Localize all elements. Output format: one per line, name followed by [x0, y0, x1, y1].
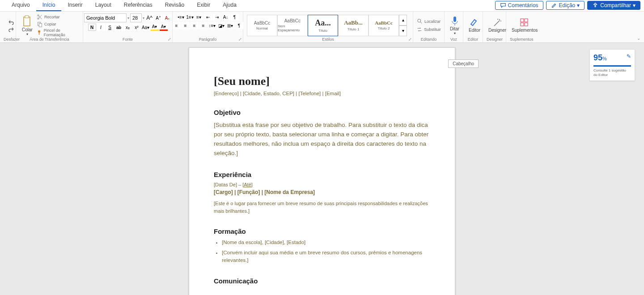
svg-rect-7 — [453, 17, 456, 22]
align-right-button[interactable]: ≡ — [191, 22, 199, 29]
editor-button[interactable]: Editor — [467, 17, 482, 34]
highlight-button[interactable]: A▾ — [151, 24, 159, 31]
svg-point-6 — [418, 19, 421, 22]
font-color-button[interactable]: A▾ — [160, 24, 168, 31]
editor-icon — [470, 18, 479, 28]
subscript-button[interactable]: x₂ — [124, 24, 132, 31]
paste-button[interactable]: Colar ▾ — [20, 14, 35, 37]
tab-layout[interactable]: Layout — [89, 0, 118, 11]
outdent-button[interactable]: ⇤ — [204, 13, 212, 21]
tab-inicio[interactable]: Início — [36, 0, 62, 11]
style-heading2[interactable]: AaBbCcTítulo 2 — [369, 15, 399, 36]
sort-button[interactable]: A↓ — [222, 13, 230, 21]
dictate-button[interactable]: Ditar▾ — [448, 15, 461, 36]
list-item[interactable]: [Convém incluir aqui sua média e um brev… — [222, 249, 430, 265]
job-desc[interactable]: [Este é o lugar para fornecer um breve r… — [214, 200, 430, 215]
dates-to-link[interactable]: [Até] — [242, 182, 253, 187]
collapse-ribbon-button[interactable]: ⌄ — [637, 36, 640, 41]
justify-button[interactable]: ≡ — [199, 22, 208, 29]
format-painter-button[interactable]: Pincel de Formatação — [37, 28, 79, 37]
line-spacing-button[interactable]: ↕≡▾ — [208, 22, 216, 29]
bold-button[interactable]: N — [88, 24, 96, 31]
grow-font-button[interactable]: A^ — [145, 14, 153, 21]
underline-button[interactable]: S — [106, 24, 114, 31]
font-size-dropdown[interactable]: ▾ — [143, 16, 144, 20]
strike-button[interactable]: ab — [115, 24, 123, 31]
copy-icon — [37, 21, 43, 27]
header-tag[interactable]: Cabeçalho — [448, 59, 479, 68]
shading-button[interactable]: ◪▾ — [217, 22, 225, 29]
bullets-button[interactable]: •≡▾ — [177, 13, 185, 21]
chevron-down-icon: ▾ — [26, 32, 28, 36]
doc-title[interactable]: [Seu nome] — [214, 75, 430, 88]
multilevel-button[interactable]: ≡▾ — [195, 13, 203, 21]
tab-ajuda[interactable]: Ajuda — [216, 0, 243, 11]
document-workspace[interactable]: Cabeçalho [Seu nome] [Endereço] | [Cidad… — [0, 43, 644, 295]
font-name-dropdown[interactable]: ▾ — [127, 16, 129, 20]
pilcrow-button[interactable]: ¶ — [235, 22, 243, 29]
font-name-input[interactable] — [84, 13, 127, 22]
tab-referencias[interactable]: Referências — [118, 0, 159, 11]
job-line[interactable]: [Cargo] | [Função] | [Nome da Empresa] — [214, 189, 430, 195]
objective-text[interactable]: [Substitua esta frase por seu objetivo d… — [214, 121, 430, 158]
comments-button[interactable]: Comentários — [495, 1, 543, 10]
tab-exibir[interactable]: Exibir — [191, 0, 216, 11]
addins-button[interactable]: Suplementos — [510, 17, 539, 34]
ribbon: Desfazer Colar ▾ Recortar Copiar Pincel … — [0, 12, 644, 43]
style-title[interactable]: Aa...Título — [308, 15, 338, 36]
redo-icon[interactable] — [8, 26, 15, 32]
align-left-button[interactable]: ≡ — [173, 22, 181, 29]
style-no-spacing[interactable]: AaBbCcSem Espaçamento — [277, 15, 308, 36]
heading-education[interactable]: Formação — [214, 228, 430, 235]
editing-group-label: Editando — [417, 37, 441, 42]
replace-button[interactable]: Substituir — [416, 26, 441, 33]
font-size-input[interactable] — [130, 13, 142, 22]
designer-button[interactable]: Designer — [487, 17, 508, 34]
tab-inserir[interactable]: Inserir — [61, 0, 89, 11]
experience-dates[interactable]: [Datas De] – [Até] — [214, 182, 430, 187]
shrink-font-button[interactable]: A˅ — [154, 14, 162, 21]
editor-label: Editor — [469, 28, 480, 33]
mic-icon — [450, 16, 459, 26]
superscript-button[interactable]: x² — [133, 24, 141, 31]
dictate-label: Ditar — [450, 26, 459, 31]
change-case-button[interactable]: Aa▾ — [142, 24, 150, 31]
share-button[interactable]: Compartilhar ▾ — [587, 1, 640, 10]
find-button[interactable]: Localizar — [417, 18, 441, 25]
svg-rect-9 — [525, 19, 528, 22]
styles-gallery[interactable]: AaBbCcNormal AaBbCcSem Espaçamento Aa...… — [247, 15, 405, 36]
heading-communication[interactable]: Comunicação — [214, 277, 430, 285]
style-heading1[interactable]: AaBb...Título 1 — [338, 15, 369, 36]
list-item[interactable]: [Nome da escola], [Cidade], [Estado] — [222, 239, 430, 246]
tab-arquivo[interactable]: Arquivo — [5, 0, 36, 11]
align-center-button[interactable]: ≡ — [182, 22, 190, 29]
show-marks-button[interactable]: ¶ — [231, 13, 239, 21]
italic-button[interactable]: I — [97, 24, 105, 31]
chevron-down-icon: ▾ — [454, 31, 456, 35]
borders-button[interactable]: ⊞▾ — [226, 22, 234, 29]
menu-tabs: Arquivo Início Inserir Layout Referência… — [0, 0, 644, 12]
indent-button[interactable]: ⇥ — [213, 13, 221, 21]
heading-objective[interactable]: Objetivo — [214, 109, 430, 116]
tab-revisao[interactable]: Revisão — [159, 0, 191, 11]
document-page[interactable]: Cabeçalho [Seu nome] [Endereço] | [Cidad… — [189, 47, 455, 295]
editing-mode-button[interactable]: Edição ▾ — [546, 1, 585, 10]
paragraph-dialog-launcher[interactable]: ⤢ — [238, 37, 242, 42]
copy-button[interactable]: Copiar — [37, 21, 79, 27]
clear-format-button[interactable]: Aₓ — [163, 14, 171, 21]
clipboard-group-label: Área de Transferência — [20, 37, 79, 42]
styles-up-button[interactable]: ▴ — [399, 15, 407, 25]
comments-label: Comentários — [508, 2, 538, 8]
style-normal[interactable]: AaBbCcNormal — [247, 15, 277, 36]
styles-dialog-launcher[interactable]: ⤢ — [408, 37, 412, 42]
heading-experience[interactable]: Experiência — [214, 171, 430, 178]
editor-progress-bar — [593, 65, 631, 67]
styles-more-button[interactable]: ▾ — [399, 25, 407, 36]
cut-button[interactable]: Recortar — [37, 14, 79, 20]
font-dialog-launcher[interactable]: ⤢ — [168, 37, 171, 42]
doc-contact[interactable]: [Endereço] | [Cidade, Estado, CEP] | [Te… — [214, 91, 430, 96]
undo-icon[interactable] — [8, 19, 15, 25]
editor-score-panel[interactable]: ✎ 95% Consulte 1 sugestão do Editor — [589, 49, 635, 81]
education-list[interactable]: [Nome da escola], [Cidade], [Estado] [Co… — [214, 239, 430, 265]
numbering-button[interactable]: 1≡▾ — [186, 13, 194, 21]
